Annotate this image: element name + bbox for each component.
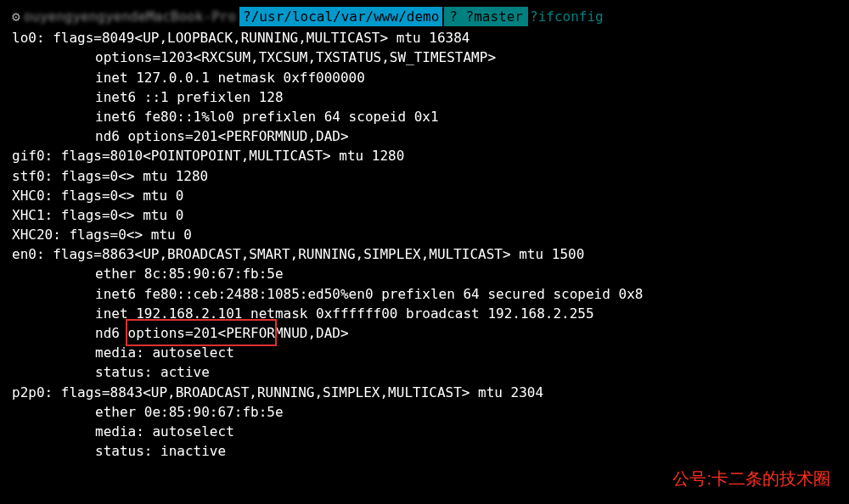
path-prefix: ? bbox=[243, 8, 251, 25]
path-text: /usr/local/var/www/demo bbox=[251, 8, 440, 25]
terminal-window[interactable]: ⚙ ouyengyengyendeMacBook-Pro ?/usr/local… bbox=[0, 0, 849, 468]
iface-lo0-line: nd6 options=201<PERFORMNUD,DAD> bbox=[12, 126, 837, 146]
user-host: ouyengyengyendeMacBook-Pro bbox=[24, 7, 236, 26]
iface-lo0-header: lo0: flags=8049<UP,LOOPBACK,RUNNING,MULT… bbox=[12, 28, 837, 48]
iface-p2p0-header: p2p0: flags=8843<UP,BROADCAST,RUNNING,SI… bbox=[12, 383, 837, 402]
iface-lo0-line: inet6 ::1 prefixlen 128 bbox=[12, 87, 837, 107]
iface-en0-header: en0: flags=8863<UP,BROADCAST,SMART,RUNNI… bbox=[12, 244, 837, 264]
iface-xhc0: XHC0: flags=0<> mtu 0 bbox=[12, 186, 837, 205]
cmd-text: ifconfig bbox=[538, 8, 604, 25]
git-branch: ? ?master bbox=[444, 7, 528, 26]
command: ?ifconfig bbox=[530, 7, 604, 26]
iface-p2p0-line: status: inactive bbox=[12, 441, 837, 461]
iface-xhc1: XHC1: flags=0<> mtu 0 bbox=[12, 205, 837, 225]
iface-p2p0-line: ether 0e:85:90:67:fb:5e bbox=[12, 402, 837, 422]
iface-en0-line: inet6 fe80::ceb:2488:1085:ed50%en0 prefi… bbox=[12, 284, 837, 304]
branch-prefix: ? ? bbox=[449, 8, 474, 25]
iface-xhc20: XHC20: flags=0<> mtu 0 bbox=[12, 225, 837, 244]
prompt-line: ⚙ ouyengyengyendeMacBook-Pro ?/usr/local… bbox=[12, 7, 837, 26]
iface-stf0: stf0: flags=0<> mtu 1280 bbox=[12, 166, 837, 186]
cwd-path: ?/usr/local/var/www/demo bbox=[239, 7, 442, 26]
iface-en0-line: status: active bbox=[12, 362, 837, 382]
iface-gif0: gif0: flags=8010<POINTOPOINT,MULTICAST> … bbox=[12, 146, 837, 165]
iface-lo0-line: inet6 fe80::1%lo0 prefixlen 64 scopeid 0… bbox=[12, 107, 837, 126]
iface-en0-line: ether 8c:85:90:67:fb:5e bbox=[12, 264, 837, 283]
cmd-prefix: ? bbox=[530, 8, 538, 25]
iface-en0-inet: inet 192.168.2.101 netmask 0xffffff00 br… bbox=[12, 304, 837, 323]
iface-lo0-line: options=1203<RXCSUM,TXCSUM,TXSTATUS,SW_T… bbox=[12, 48, 837, 67]
iface-en0-line: nd6 options=201<PERFORMNUD,DAD> bbox=[12, 323, 837, 343]
iface-en0-line: media: autoselect bbox=[12, 343, 837, 362]
gear-icon: ⚙ bbox=[12, 7, 20, 26]
iface-p2p0-line: media: autoselect bbox=[12, 422, 837, 441]
iface-lo0-line: inet 127.0.0.1 netmask 0xff000000 bbox=[12, 68, 837, 87]
watermark-text: 公号:卡二条的技术圈 bbox=[672, 468, 830, 490]
branch-text: master bbox=[474, 8, 523, 25]
